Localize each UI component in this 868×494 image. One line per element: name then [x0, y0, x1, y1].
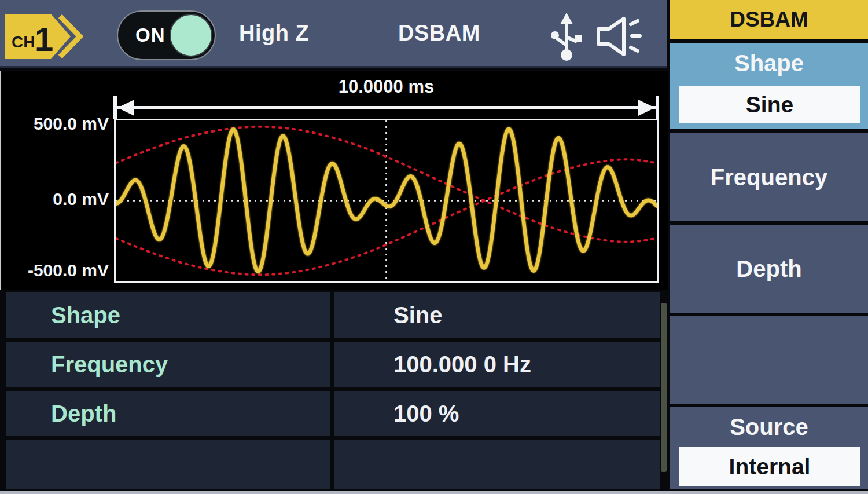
- menu-item-value: Internal: [679, 447, 860, 486]
- menu-item-value: Sine: [679, 86, 860, 123]
- toggle-knob[interactable]: [170, 14, 212, 57]
- param-row-label: [6, 440, 330, 489]
- usb-icon: [549, 12, 584, 63]
- waveform-plot-box: [114, 119, 659, 283]
- menu-item-label: Source: [670, 414, 868, 440]
- time-span-arrow-icon: [113, 95, 659, 120]
- param-row-label: Frequency: [6, 342, 330, 387]
- param-row-value: [334, 440, 660, 489]
- menu-item-blank[interactable]: [670, 316, 868, 404]
- impedance-status: High Z: [239, 0, 309, 66]
- menu-item-shape[interactable]: Shape Sine: [670, 43, 868, 129]
- channel-1-badge-icon[interactable]: CH 1: [5, 12, 103, 61]
- menu-item-depth[interactable]: Depth: [670, 225, 868, 313]
- y-axis-label-zero: 0.0 mV: [0, 189, 109, 209]
- menu-item-source[interactable]: Source Internal: [670, 407, 868, 489]
- menu-item-frequency[interactable]: Frequency: [670, 133, 868, 221]
- top-status-bar: CH 1 ON High Z DSBAM: [0, 0, 667, 68]
- screen-left-edge: [0, 71, 1, 290]
- toggle-on-label: ON: [135, 12, 165, 59]
- menu-item-label: Shape: [670, 50, 868, 76]
- output-on-toggle[interactable]: ON: [117, 10, 216, 60]
- time-window-label: 10.0000 ms: [116, 76, 657, 97]
- param-row-label: Shape: [6, 292, 330, 338]
- beeper-icon: [594, 16, 645, 57]
- parameter-table: Shape Sine Frequency 100.000 0 Hz Depth …: [0, 290, 671, 494]
- svg-text:CH: CH: [12, 33, 35, 51]
- waveform-preview-area: 10.0000 ms 500.0 mV 0.0 mV -500.0 mV: [0, 71, 668, 290]
- soft-menu-sidebar: DSBAM Shape Sine Frequency Depth Source …: [670, 0, 868, 494]
- screen-bottom-edge: [0, 491, 868, 494]
- svg-text:1: 1: [35, 20, 53, 58]
- param-row-value: Sine: [334, 292, 660, 338]
- menu-title: DSBAM: [670, 0, 868, 39]
- modulation-mode-status: DSBAM: [398, 0, 480, 66]
- param-row-value: 100 %: [334, 391, 660, 436]
- param-row-label: Depth: [6, 391, 330, 436]
- waveform-canvas: [116, 120, 657, 281]
- param-row-value: 100.000 0 Hz: [334, 342, 660, 387]
- y-axis-label-max: 500.0 mV: [0, 114, 109, 134]
- y-axis-label-min: -500.0 mV: [0, 261, 109, 280]
- table-scrollbar-thumb[interactable]: [661, 303, 667, 472]
- generator-screen: CH 1 ON High Z DSBAM: [0, 0, 868, 494]
